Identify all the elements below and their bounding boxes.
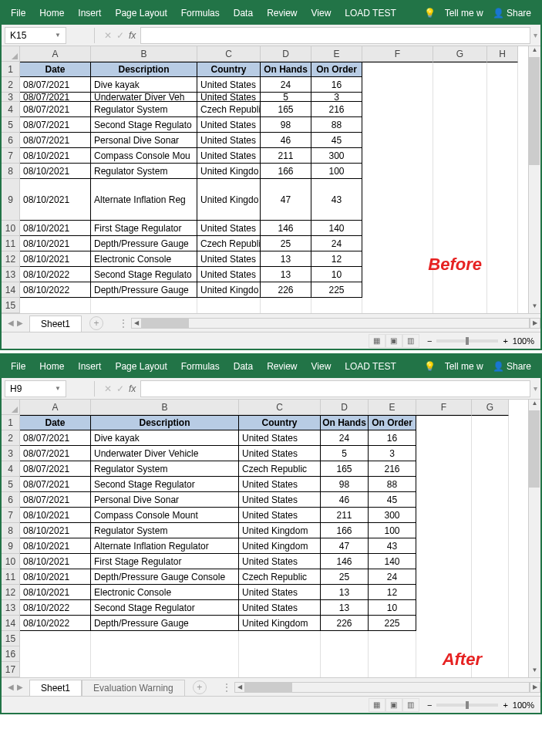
row-header[interactable]: 9 bbox=[2, 538, 20, 554]
table-header[interactable]: Description bbox=[91, 62, 197, 77]
table-header[interactable]: On Hands bbox=[261, 62, 311, 77]
row-header[interactable]: 5 bbox=[2, 117, 20, 133]
row-header[interactable]: 6 bbox=[2, 492, 20, 508]
row-header[interactable]: 11 bbox=[2, 236, 20, 251]
cell[interactable]: 140 bbox=[369, 554, 416, 569]
sheet-nav-next-icon[interactable]: ▶ bbox=[17, 319, 23, 327]
cell[interactable]: Second Stage Regulator bbox=[91, 600, 239, 616]
cell[interactable]: 08/07/2021 bbox=[20, 446, 91, 461]
cell[interactable]: 08/10/2021 bbox=[20, 236, 91, 251]
row-header[interactable]: 2 bbox=[2, 77, 20, 93]
cell[interactable]: 46 bbox=[261, 133, 311, 148]
cell[interactable]: Czech Republi bbox=[197, 102, 261, 117]
row-header[interactable]: 11 bbox=[2, 569, 20, 585]
row-header[interactable]: 10 bbox=[2, 554, 20, 569]
cell[interactable]: 225 bbox=[311, 282, 362, 298]
ribbon-tab-review[interactable]: Review bbox=[267, 361, 297, 372]
cell[interactable]: 100 bbox=[369, 523, 416, 538]
ribbon-tab-page-layout[interactable]: Page Layout bbox=[115, 361, 167, 372]
horizontal-scrollbar[interactable]: ⋮◀▶ bbox=[119, 318, 540, 329]
tell-me[interactable]: Tell me w bbox=[445, 8, 483, 19]
col-header[interactable]: G bbox=[472, 400, 509, 415]
col-header[interactable]: B bbox=[91, 46, 197, 62]
formula-bar[interactable] bbox=[140, 380, 530, 397]
cell[interactable]: 43 bbox=[369, 538, 416, 554]
cell[interactable]: 165 bbox=[261, 102, 311, 117]
cell[interactable]: 08/07/2021 bbox=[20, 93, 91, 102]
cell[interactable]: 166 bbox=[321, 523, 369, 538]
cell[interactable]: United Kingdo bbox=[197, 164, 261, 179]
ribbon-tab-insert[interactable]: Insert bbox=[78, 361, 101, 372]
cell[interactable]: First Stage Regulator bbox=[91, 221, 197, 236]
row-header[interactable]: 10 bbox=[2, 221, 20, 236]
cell[interactable]: Regulator System bbox=[91, 164, 197, 179]
cell[interactable]: United States bbox=[197, 148, 261, 164]
cell[interactable]: 08/10/2022 bbox=[20, 600, 91, 616]
cell[interactable]: 08/07/2021 bbox=[20, 102, 91, 117]
cell[interactable]: 300 bbox=[311, 148, 362, 164]
cell[interactable]: United States bbox=[197, 77, 261, 93]
row-header[interactable]: 3 bbox=[2, 93, 20, 102]
cell[interactable]: 12 bbox=[311, 251, 362, 267]
cell[interactable]: Czech Republic bbox=[239, 569, 321, 585]
cell[interactable]: 166 bbox=[261, 164, 311, 179]
row-header[interactable]: 7 bbox=[2, 508, 20, 523]
row-header[interactable]: 13 bbox=[2, 267, 20, 282]
ribbon-tab-insert[interactable]: Insert bbox=[78, 8, 101, 19]
cell[interactable]: Dive kayak bbox=[91, 77, 197, 93]
cell[interactable]: 16 bbox=[311, 77, 362, 93]
cell[interactable]: 13 bbox=[261, 251, 311, 267]
cell[interactable]: 98 bbox=[261, 117, 311, 133]
cell[interactable]: 24 bbox=[311, 236, 362, 251]
name-box[interactable]: K15▼ bbox=[5, 27, 66, 44]
table-header[interactable]: Description bbox=[91, 415, 239, 430]
cell[interactable]: 24 bbox=[369, 569, 416, 585]
cell[interactable]: 300 bbox=[369, 508, 416, 523]
sheet-tab[interactable]: Sheet1 bbox=[29, 680, 82, 696]
ribbon-tab-data[interactable]: Data bbox=[234, 361, 253, 372]
cell[interactable]: First Stage Regulator bbox=[91, 554, 239, 569]
ribbon-tab-file[interactable]: File bbox=[11, 361, 25, 372]
cell[interactable]: 13 bbox=[321, 600, 369, 616]
enter-icon[interactable]: ✓ bbox=[116, 383, 124, 394]
table-header[interactable]: Country bbox=[239, 415, 321, 430]
cell[interactable]: Alternate Inflation Regulator bbox=[91, 538, 239, 554]
ribbon-tab-review[interactable]: Review bbox=[267, 8, 297, 19]
ribbon-tab-data[interactable]: Data bbox=[234, 8, 253, 19]
cell[interactable]: 88 bbox=[369, 477, 416, 492]
cell[interactable]: United Kingdom bbox=[239, 616, 321, 631]
table-header[interactable]: Date bbox=[20, 415, 91, 430]
col-header[interactable]: B bbox=[91, 400, 239, 415]
cell[interactable]: Regulator System bbox=[91, 102, 197, 117]
cell[interactable]: 08/07/2021 bbox=[20, 77, 91, 93]
cell[interactable]: 146 bbox=[321, 554, 369, 569]
cell[interactable]: 08/10/2022 bbox=[20, 616, 91, 631]
col-header[interactable]: E bbox=[369, 400, 416, 415]
col-header[interactable]: D bbox=[261, 46, 311, 62]
cell[interactable]: Depth/Pressure Gauge Console bbox=[91, 569, 239, 585]
col-header[interactable]: A bbox=[20, 46, 91, 62]
ribbon-tab-home[interactable]: Home bbox=[39, 8, 64, 19]
cell[interactable]: Alternate Inflation Reg bbox=[91, 179, 197, 221]
cell[interactable]: United Kingdo bbox=[197, 282, 261, 298]
cell[interactable]: 10 bbox=[369, 600, 416, 616]
share-button[interactable]: 👤 Share bbox=[493, 8, 531, 19]
cell[interactable]: United States bbox=[239, 600, 321, 616]
fx-icon[interactable]: fx bbox=[129, 383, 136, 394]
ribbon-tab-load-test[interactable]: LOAD TEST bbox=[345, 8, 396, 19]
table-header[interactable]: Country bbox=[197, 62, 261, 77]
cell[interactable]: 211 bbox=[321, 508, 369, 523]
row-header[interactable]: 7 bbox=[2, 148, 20, 164]
cell[interactable]: Depth/Pressure Gauge bbox=[91, 616, 239, 631]
zoom-level[interactable]: 100% bbox=[513, 336, 534, 346]
row-header[interactable]: 12 bbox=[2, 585, 20, 600]
table-header[interactable]: On Order bbox=[311, 62, 362, 77]
cell[interactable]: United States bbox=[197, 267, 261, 282]
cell[interactable]: Depth/Pressure Gauge bbox=[91, 282, 197, 298]
add-sheet-button[interactable]: + bbox=[89, 316, 103, 330]
ribbon-tab-formulas[interactable]: Formulas bbox=[181, 361, 220, 372]
zoom-in-icon[interactable]: + bbox=[503, 336, 507, 346]
page-break-view-icon[interactable]: ▥ bbox=[402, 334, 419, 348]
cell[interactable]: 08/10/2021 bbox=[20, 538, 91, 554]
cell[interactable]: Depth/Pressure Gauge bbox=[91, 236, 197, 251]
